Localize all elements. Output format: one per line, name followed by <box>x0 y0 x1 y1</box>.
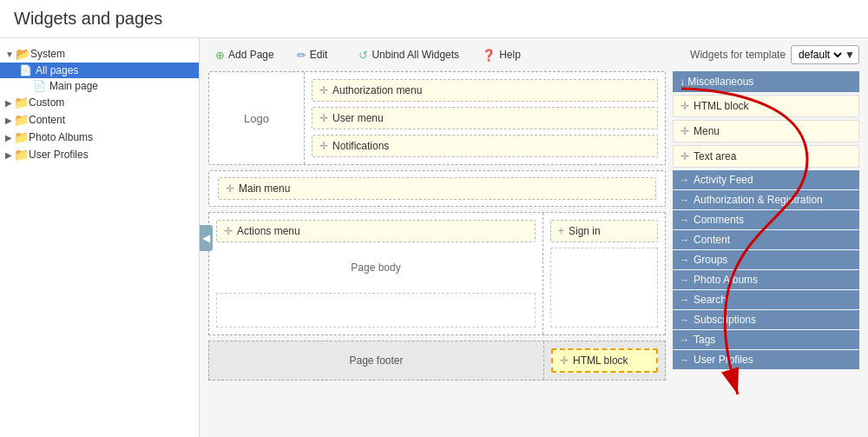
unbind-button[interactable]: ↺ Unbind All Widgets <box>352 46 466 64</box>
sidebar-item-label: Photo Albums <box>29 131 93 143</box>
logo-label: Logo <box>244 112 269 125</box>
widget-label: Authorization menu <box>332 84 422 96</box>
folder-icon: 📁 <box>14 96 29 109</box>
groups-link[interactable]: → Groups <box>673 250 859 269</box>
add-page-label: Add Page <box>228 49 274 61</box>
sidebar-item-label: System <box>30 48 65 60</box>
link-label: Comments <box>694 214 744 226</box>
widget-panel: ↓ Miscellaneous ✛ HTML block ✛ Menu ✛ Te… <box>673 71 859 381</box>
tags-link[interactable]: → Tags <box>673 330 859 349</box>
sign-in-widget[interactable]: + Sign in <box>550 220 658 242</box>
middle-zone: ✛ Actions menu Page body + Sign in <box>208 212 666 335</box>
folder-icon: 📂 <box>16 47 30 61</box>
arrow-icon: → <box>680 295 689 305</box>
link-label: Photo Albums <box>694 274 758 286</box>
move-icon: ✛ <box>319 140 328 152</box>
arrow-icon: → <box>680 175 689 185</box>
page-header: Widgets and pages <box>0 0 868 38</box>
page-icon: 📄 <box>19 64 32 76</box>
notifications-widget[interactable]: ✛ Notifications <box>312 135 658 157</box>
html-block-panel-item[interactable]: ✛ HTML block <box>673 95 859 117</box>
add-page-button[interactable]: ⊕ Add Page <box>208 46 281 64</box>
link-label: Authorization & Registration <box>694 194 823 206</box>
expand-icon: ▶ <box>5 150 12 160</box>
link-label: Search <box>694 294 727 306</box>
expand-icon: ▶ <box>5 98 12 108</box>
main-menu-zone: ✛ Main menu <box>208 170 666 207</box>
menu-panel-item[interactable]: ✛ Menu <box>673 120 859 142</box>
widget-label: HTML block <box>573 354 628 367</box>
move-icon: ✛ <box>681 150 689 162</box>
toolbar: ⊕ Add Page ✏ Edit ↺ Unbind All Widgets ❓… <box>208 45 859 64</box>
logo-cell: Logo <box>209 72 305 164</box>
widget-label: Actions menu <box>237 225 300 237</box>
folder-icon: 📁 <box>14 113 29 127</box>
main-menu-widget[interactable]: ✛ Main menu <box>218 177 656 200</box>
panel-item-label: Text area <box>694 150 736 162</box>
help-button[interactable]: ❓ Help <box>475 46 528 64</box>
expand-icon: ▼ <box>5 50 14 59</box>
widget-label: Main menu <box>239 182 290 195</box>
arrow-icon: → <box>680 275 689 285</box>
authorization-menu-widget[interactable]: ✛ Authorization menu <box>312 79 658 102</box>
sidebar-item-custom[interactable]: ▶ 📁 Custom <box>0 94 199 111</box>
edit-label: Edit <box>310 49 328 61</box>
panel-item-label: Menu <box>694 125 720 137</box>
photo-albums-link[interactable]: → Photo Albums <box>673 270 859 289</box>
expand-icon: ▶ <box>5 116 12 125</box>
text-area-panel-item[interactable]: ✛ Text area <box>673 145 859 168</box>
arrow-icon: → <box>680 334 689 345</box>
panel-item-label: HTML block <box>694 100 749 112</box>
edit-button[interactable]: ✏ Edit <box>290 46 335 64</box>
arrow-icon: → <box>680 195 689 205</box>
template-select[interactable]: default <box>795 48 845 62</box>
move-icon: + <box>558 225 564 237</box>
actions-menu-widget[interactable]: ✛ Actions menu <box>216 220 536 242</box>
sidebar-item-main-page[interactable]: 📄 Main page <box>0 78 199 94</box>
move-icon: ✛ <box>681 100 689 112</box>
empty-drop-zone <box>216 293 536 328</box>
unbind-icon: ↺ <box>358 49 368 62</box>
page-body-cell: Page body <box>216 248 536 288</box>
sidebar-item-label: Main page <box>49 80 98 92</box>
html-block-footer-widget[interactable]: ✛ HTML block <box>551 348 658 373</box>
collapse-sidebar-button[interactable]: ◀ <box>200 225 213 251</box>
widget-label: Sign in <box>569 225 601 237</box>
page-icon: 📄 <box>33 80 46 92</box>
folder-icon: 📁 <box>14 148 29 162</box>
auth-registration-link[interactable]: → Authorization & Registration <box>673 190 859 209</box>
misc-section-header: ↓ Miscellaneous <box>673 71 859 92</box>
dropdown-arrow-icon: ▼ <box>845 49 855 61</box>
widget-label: Notifications <box>332 140 389 152</box>
user-menu-widget[interactable]: ✛ User menu <box>312 107 658 129</box>
header-zone: Logo ✛ Authorization menu ✛ User menu ✛ <box>208 71 666 165</box>
content-link[interactable]: → Content <box>673 230 859 249</box>
template-dropdown[interactable]: default ▼ <box>791 45 859 64</box>
sidebar-item-label: Content <box>29 114 65 126</box>
arrow-icon: → <box>680 235 689 245</box>
sidebar-item-all-pages[interactable]: 📄 All pages <box>0 63 199 78</box>
move-icon: ✛ <box>226 182 234 195</box>
arrow-icon: → <box>680 354 689 365</box>
footer-right: ✛ HTML block <box>543 341 665 380</box>
sidebar-item-photo-albums[interactable]: ▶ 📁 Photo Albums <box>0 129 199 146</box>
subscriptions-link[interactable]: → Subscriptions <box>673 310 859 329</box>
activity-feed-link[interactable]: → Activity Feed <box>673 170 859 189</box>
sidebar-item-user-profiles[interactable]: ▶ 📁 User Profiles <box>0 146 199 163</box>
help-icon: ❓ <box>482 49 496 62</box>
sidebar-item-system[interactable]: ▼ 📂 System <box>0 45 199 63</box>
canvas: Logo ✛ Authorization menu ✛ User menu ✛ <box>208 71 859 381</box>
comments-link[interactable]: → Comments <box>673 210 859 229</box>
right-column: + Sign in <box>543 213 665 334</box>
move-icon: ✛ <box>319 84 328 96</box>
plus-icon: ⊕ <box>215 49 225 62</box>
arrow-icon: → <box>680 215 689 225</box>
template-label: Widgets for template <box>690 49 786 61</box>
user-profiles-link[interactable]: → User Profiles <box>673 350 859 369</box>
move-icon: ✛ <box>319 112 328 124</box>
sidebar-item-content[interactable]: ▶ 📁 Content <box>0 111 199 129</box>
search-link[interactable]: → Search <box>673 290 859 309</box>
misc-header-label: ↓ Miscellaneous <box>680 76 753 88</box>
link-label: Activity Feed <box>694 174 753 186</box>
header-widgets: ✛ Authorization menu ✛ User menu ✛ Notif… <box>305 72 665 164</box>
